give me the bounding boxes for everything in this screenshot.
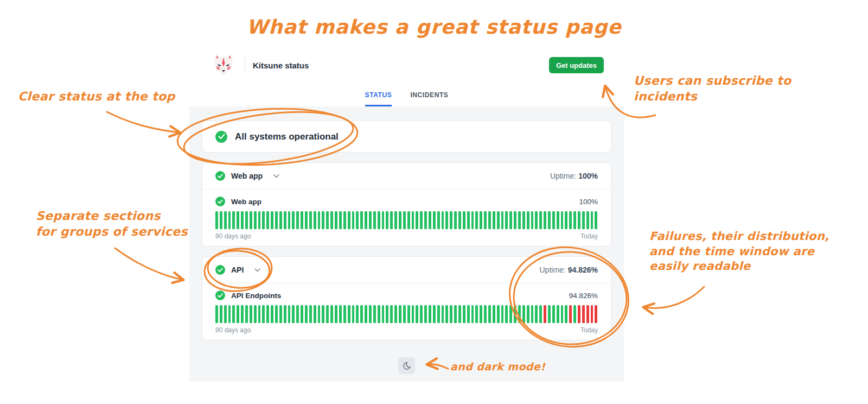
uptime-bar-up: [271, 305, 273, 323]
uptime-bar-up: [501, 211, 504, 229]
uptime-bar-up: [369, 211, 372, 229]
uptime-bar-up: [527, 211, 529, 229]
uptime-bar-up: [292, 305, 295, 323]
uptime-bar-up: [407, 211, 410, 229]
uptime-bar-up: [522, 211, 525, 229]
uptime-bar-up: [399, 305, 401, 323]
window-start-label: 90 days ago: [215, 232, 251, 240]
uptime-bar-up: [573, 305, 576, 323]
uptime-bar-up: [365, 305, 367, 323]
uptime-bar-up: [343, 211, 346, 229]
uptime-bar-up: [484, 305, 487, 323]
annotation-line: incidents: [634, 89, 791, 104]
uptime-bar-up: [288, 211, 291, 229]
uptime-bar-up: [535, 305, 538, 323]
service-name: API Endpoints: [231, 292, 281, 300]
uptime-bar-up: [245, 305, 248, 323]
uptime-bar-up: [296, 211, 299, 229]
check-circle-icon: [215, 171, 225, 181]
uptime-bar-up: [296, 305, 299, 323]
uptime-bar-down: [586, 305, 589, 323]
uptime-bar-up: [463, 305, 465, 323]
tab-incidents[interactable]: INCIDENTS: [410, 91, 448, 106]
status-page: Kitsune status Get updates STATUS INCIDE…: [189, 47, 624, 382]
group-uptime-value: 94.826%: [568, 266, 598, 274]
dark-mode-toggle[interactable]: [398, 357, 415, 374]
service-name: Web app: [231, 198, 261, 206]
uptime-bar-up: [394, 305, 397, 323]
uptime-bar-up: [271, 211, 273, 229]
chevron-down-icon[interactable]: [254, 268, 260, 272]
uptime-bar-up: [356, 305, 359, 323]
group-card-api: API Uptime:94.826% API Endpoints 94.826%: [202, 256, 611, 340]
uptime-bar-up: [450, 211, 452, 229]
annotation-line: and the time window are: [649, 244, 829, 260]
uptime-bar-up: [356, 211, 359, 229]
uptime-bar-up: [458, 305, 461, 323]
uptime-bar-up: [275, 211, 278, 229]
uptime-bar-up: [569, 211, 572, 229]
uptime-bar-up: [514, 305, 516, 323]
uptime-bar-up: [433, 305, 436, 323]
uptime-bars-api: [215, 305, 598, 323]
uptime-bar-up: [454, 211, 457, 229]
uptime-bar-up: [224, 305, 227, 323]
check-circle-icon: [215, 265, 225, 275]
uptime-bar-up: [241, 305, 244, 323]
annotation-sections: Separate sections for groups of services: [36, 208, 188, 239]
uptime-bar-up: [378, 211, 380, 229]
annotation-subscribe: Users can subscribe to incidents: [634, 73, 791, 104]
tab-status[interactable]: STATUS: [365, 91, 392, 106]
uptime-bar-up: [412, 211, 414, 229]
annotation-line: Failures, their distribution,: [649, 229, 829, 244]
chevron-down-icon[interactable]: [273, 174, 279, 178]
uptime-bar-up: [301, 305, 303, 323]
uptime-bar-up: [326, 211, 329, 229]
uptime-bar-up: [224, 211, 227, 229]
uptime-bar-up: [335, 211, 337, 229]
uptime-bar-up: [266, 305, 269, 323]
uptime-bar-up: [450, 305, 452, 323]
uptime-bar-up: [458, 211, 461, 229]
uptime-bar-up: [399, 211, 401, 229]
status-page-header: Kitsune status Get updates: [211, 51, 604, 79]
annotation-dark-mode: and dark mode!: [450, 360, 545, 374]
uptime-bar-up: [548, 211, 551, 229]
uptime-bar-up: [480, 305, 482, 323]
uptime-bar-up: [518, 305, 521, 323]
group-uptime: Uptime:100%: [550, 172, 598, 180]
uptime-bar-up: [454, 305, 457, 323]
uptime-bar-up: [335, 305, 337, 323]
group-uptime: Uptime:94.826%: [539, 266, 598, 274]
uptime-bar-up: [403, 305, 406, 323]
uptime-bar-up: [429, 305, 431, 323]
uptime-bar-up: [352, 211, 355, 229]
uptime-bar-up: [279, 211, 282, 229]
uptime-bar-up: [442, 305, 444, 323]
uptime-bar-up: [497, 305, 500, 323]
uptime-bar-up: [318, 305, 321, 323]
uptime-bar-up: [250, 305, 252, 323]
service-uptime-value: 94.826%: [569, 292, 598, 300]
uptime-bar-up: [463, 211, 465, 229]
uptime-bar-up: [471, 211, 474, 229]
check-circle-icon: [215, 291, 225, 300]
group-header-web-app[interactable]: Web app Uptime:100%: [202, 163, 611, 190]
uptime-bar-up: [266, 211, 269, 229]
uptime-bar-up: [488, 211, 491, 229]
uptime-bar-up: [382, 305, 385, 323]
check-circle-icon: [215, 197, 225, 206]
overall-status-label: All systems operational: [235, 131, 339, 142]
uptime-bar-up: [284, 305, 286, 323]
uptime-bar-up: [433, 211, 436, 229]
uptime-bar-up: [301, 211, 303, 229]
get-updates-button[interactable]: Get updates: [549, 57, 604, 73]
service-web-app: Web app 100% 90 days ago Today: [202, 190, 611, 246]
group-header-api[interactable]: API Uptime:94.826%: [202, 257, 611, 283]
uptime-bar-up: [505, 211, 508, 229]
uptime-bar-up: [373, 211, 376, 229]
uptime-bar-up: [586, 211, 589, 229]
uptime-bar-up: [215, 211, 218, 229]
page-title: What makes a great status page: [0, 14, 868, 40]
annotation-line: for groups of services: [36, 224, 188, 239]
